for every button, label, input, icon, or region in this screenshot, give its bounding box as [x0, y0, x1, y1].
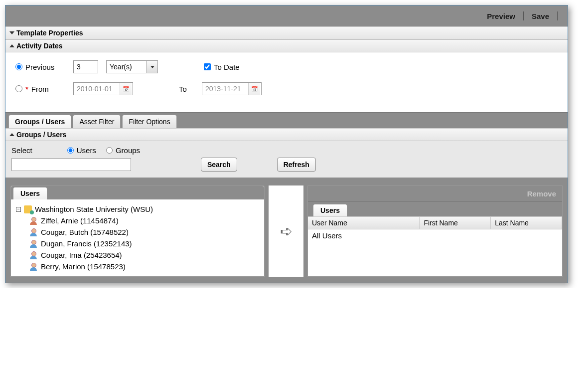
activity-dates-label: Activity Dates	[16, 42, 63, 50]
from-radio-label[interactable]: *From	[15, 85, 65, 93]
template-properties-header[interactable]: Template Properties	[5, 26, 568, 39]
tab-filter-options[interactable]: Filter Options	[122, 115, 176, 128]
user-label: Cougar, Butch (15748522)	[41, 228, 129, 236]
user-icon	[30, 240, 38, 248]
arrow-right-icon[interactable]: ➪	[280, 222, 293, 240]
groups-users-label: Groups / Users	[16, 131, 66, 139]
col-first-name[interactable]: First Name	[420, 217, 491, 229]
user-icon	[30, 263, 38, 271]
activity-dates-body: Previous To Date *From 📅 To	[5, 52, 568, 112]
groups-radio-text: Groups	[116, 146, 140, 155]
to-label: To	[179, 85, 194, 93]
tab-asset-filter[interactable]: Asset Filter	[73, 115, 121, 128]
tree-user-row[interactable]: Dugan, Francis (12352143)	[16, 238, 259, 249]
tree-user-row[interactable]: Berry, Marion (15478523)	[16, 261, 259, 272]
selected-panel: Remove Users User Name First Name Last N…	[307, 185, 563, 277]
from-radio[interactable]	[15, 85, 22, 92]
from-date-value	[74, 83, 120, 95]
groups-radio[interactable]	[106, 147, 113, 154]
col-user-name[interactable]: User Name	[308, 217, 420, 229]
unit-select[interactable]	[106, 60, 158, 73]
to-date-checkbox[interactable]	[204, 63, 211, 70]
chevron-down-icon	[9, 31, 14, 34]
from-row: *From 📅 To 📅	[15, 82, 558, 95]
template-properties-label: Template Properties	[16, 29, 83, 37]
previous-radio[interactable]	[15, 63, 22, 70]
org-icon	[24, 205, 32, 213]
to-date-checkbox-label[interactable]: To Date	[204, 63, 254, 71]
selected-panel-toolbar: Remove	[308, 186, 562, 202]
grid-header: User Name First Name Last Name	[308, 216, 562, 229]
select-label: Select	[11, 146, 32, 155]
tree-user-row[interactable]: Cougar, Ima (25423654)	[16, 249, 259, 261]
tree-user-row[interactable]: Cougar, Butch (15748522)	[16, 226, 259, 238]
activity-dates-header[interactable]: Activity Dates	[5, 39, 568, 52]
available-panel: Users − Washington State University (WSU…	[10, 185, 265, 277]
tree-org-row[interactable]: − Washington State University (WSU)	[16, 203, 259, 215]
preview-button[interactable]: Preview	[483, 12, 519, 20]
top-toolbar: Preview Save	[5, 5, 568, 26]
previous-value-input[interactable]	[73, 60, 98, 73]
users-radio-text: Users	[77, 146, 96, 155]
groups-radio-label[interactable]: Groups	[106, 146, 140, 155]
toolbar-separator-end	[557, 11, 558, 20]
app-window: Preview Save Template Properties Activit…	[5, 5, 568, 283]
remove-button[interactable]: Remove	[527, 189, 556, 198]
tree-user-row[interactable]: Ziffel, Arnie (11454874)	[16, 215, 259, 226]
org-label: Washington State University (WSU)	[35, 205, 153, 213]
user-tree: − Washington State University (WSU) Ziff…	[11, 199, 264, 276]
required-asterisk: *	[25, 85, 28, 93]
select-row: Select Users Groups	[11, 146, 562, 155]
previous-radio-label[interactable]: Previous	[15, 63, 65, 71]
main-tabs: Groups / Users Asset Filter Filter Optio…	[5, 112, 568, 128]
right-panel-tabs: Users	[308, 202, 562, 216]
user-label: Ziffel, Arnie (11454874)	[41, 216, 119, 225]
to-date-value	[202, 83, 248, 95]
from-text: From	[31, 85, 49, 93]
left-panel-tabs: Users	[11, 186, 264, 199]
user-label: Berry, Marion (15478523)	[41, 262, 126, 271]
search-input[interactable]	[11, 158, 131, 171]
filter-area: Select Users Groups Search Refresh	[5, 141, 568, 178]
user-label: Dugan, Francis (12352143)	[41, 239, 132, 248]
chevron-up-icon	[9, 44, 14, 47]
search-row: Search Refresh	[11, 158, 562, 172]
chevron-up-icon	[9, 133, 14, 136]
user-label: Cougar, Ima (25423654)	[41, 251, 122, 259]
calendar-icon[interactable]: 📅	[120, 83, 132, 95]
user-icon	[30, 228, 38, 236]
refresh-button[interactable]: Refresh	[277, 158, 316, 172]
previous-text: Previous	[25, 63, 54, 71]
groups-users-subheader[interactable]: Groups / Users	[5, 128, 568, 141]
grid-body: All Users	[308, 229, 562, 242]
tab-groups-users[interactable]: Groups / Users	[8, 115, 71, 128]
previous-row: Previous To Date	[15, 60, 558, 73]
user-icon	[30, 251, 38, 259]
chevron-down-icon[interactable]	[147, 61, 157, 73]
search-button[interactable]: Search	[201, 158, 237, 172]
right-tab-users[interactable]: Users	[313, 204, 347, 216]
to-date-text: To Date	[214, 63, 240, 71]
col-last-name[interactable]: Last Name	[491, 217, 562, 229]
from-date-input[interactable]: 📅	[73, 82, 133, 95]
save-button[interactable]: Save	[528, 12, 553, 20]
to-date-input[interactable]: 📅	[202, 82, 262, 95]
users-radio-label[interactable]: Users	[67, 146, 96, 155]
unit-value	[107, 61, 147, 73]
left-tab-users[interactable]: Users	[13, 187, 47, 199]
transfer-arrow-column: ➪	[269, 185, 303, 277]
user-icon	[30, 217, 38, 225]
grid-row[interactable]: All Users	[312, 231, 558, 240]
collapse-icon[interactable]: −	[16, 207, 21, 212]
toolbar-separator	[523, 11, 524, 20]
calendar-icon[interactable]: 📅	[248, 83, 260, 95]
transfer-area: Users − Washington State University (WSU…	[5, 178, 568, 283]
users-radio[interactable]	[67, 147, 74, 154]
